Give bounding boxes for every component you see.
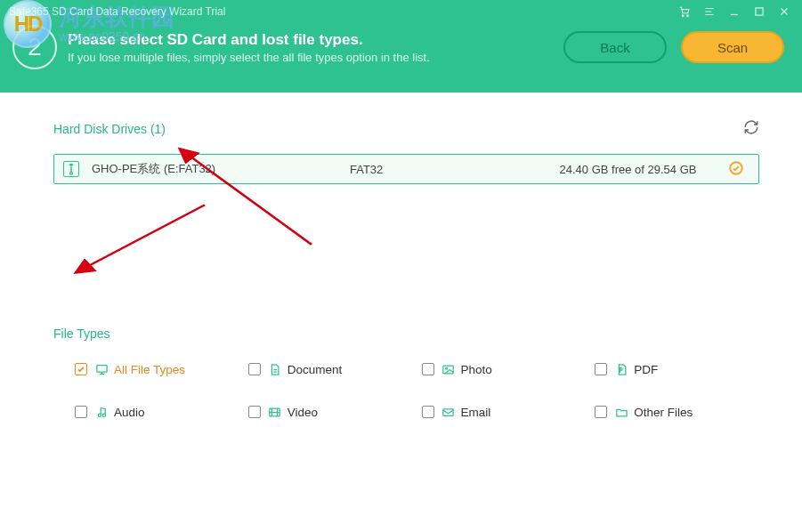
- file-type-label: Other Files: [634, 406, 693, 419]
- file-types-label: File Types: [53, 326, 110, 341]
- checkbox[interactable]: [75, 406, 87, 418]
- svg-point-1: [687, 15, 689, 17]
- file-type-label: PDF: [634, 363, 658, 376]
- file-type-pdf[interactable]: PDF: [595, 362, 759, 376]
- drive-filesystem: FAT32: [350, 163, 528, 176]
- cart-icon[interactable]: [672, 2, 697, 21]
- svg-line-13: [89, 205, 205, 265]
- file-type-video[interactable]: Video: [248, 405, 413, 419]
- file-type-all-file-types[interactable]: All File Types: [75, 362, 239, 376]
- file-type-other-files[interactable]: Other Files: [595, 405, 759, 419]
- close-icon[interactable]: [772, 2, 797, 21]
- drives-section-label: Hard Disk Drives (1): [53, 122, 166, 136]
- file-type-label: Photo: [461, 363, 492, 376]
- checkbox[interactable]: [595, 406, 607, 418]
- video-icon: [268, 405, 282, 419]
- file-types-grid: All File TypesDocumentPhotoPDFAudioVideo…: [53, 362, 759, 419]
- file-type-label: Video: [288, 406, 318, 419]
- checkbox[interactable]: [422, 406, 434, 418]
- file-types-title: File Types: [53, 326, 759, 341]
- doc-icon: [268, 362, 282, 376]
- audio-icon: [94, 405, 109, 419]
- checkbox[interactable]: [75, 363, 87, 375]
- step-number: 2: [12, 25, 57, 69]
- maximize-icon[interactable]: [747, 2, 772, 21]
- file-type-label: All File Types: [114, 363, 185, 376]
- svg-point-9: [102, 414, 105, 416]
- app-header: HD 河东软件园 www.pc0359.cn Safe365 SD Card D…: [0, 0, 802, 93]
- drives-section-title: Hard Disk Drives (1): [53, 119, 759, 138]
- menu-icon[interactable]: [697, 2, 722, 21]
- back-button[interactable]: Back: [563, 31, 667, 63]
- svg-point-7: [446, 367, 448, 369]
- drive-free: 24.40 GB free of 29.54 GB: [528, 163, 728, 176]
- step-headline: Please select SD Card and lost file type…: [68, 31, 430, 49]
- checkbox[interactable]: [595, 363, 607, 375]
- svg-rect-2: [756, 8, 763, 15]
- pdf-icon: [614, 362, 628, 376]
- checkbox[interactable]: [248, 363, 261, 375]
- file-type-document[interactable]: Document: [248, 362, 413, 376]
- folder-icon: [614, 405, 628, 419]
- svg-point-0: [682, 15, 684, 17]
- title-bar: Safe365 SD Card Data Recovery Wizard Tri…: [0, 0, 802, 21]
- step-sub: If you lose multiple files, simply selec…: [68, 51, 430, 64]
- svg-rect-11: [443, 408, 453, 415]
- mail-icon: [442, 405, 456, 419]
- body-area: Hard Disk Drives (1) GHO-PE系统 (E:FAT32) …: [0, 93, 802, 419]
- svg-point-3: [70, 172, 73, 174]
- file-type-label: Audio: [114, 406, 145, 419]
- checkbox[interactable]: [422, 363, 434, 375]
- svg-rect-5: [96, 365, 106, 372]
- step-text: Please select SD Card and lost file type…: [68, 31, 430, 64]
- monitor-icon: [94, 362, 109, 376]
- file-type-email[interactable]: Email: [422, 405, 587, 419]
- minimize-icon[interactable]: [722, 2, 747, 21]
- svg-rect-6: [443, 366, 453, 374]
- file-type-label: Email: [461, 406, 491, 419]
- usb-icon: [63, 161, 79, 177]
- svg-point-8: [98, 414, 101, 416]
- header-actions: Back Scan: [563, 31, 784, 63]
- drive-row[interactable]: GHO-PE系统 (E:FAT32) FAT32 24.40 GB free o…: [53, 154, 759, 184]
- refresh-icon[interactable]: [743, 119, 759, 138]
- image-icon: [442, 362, 456, 376]
- file-type-audio[interactable]: Audio: [75, 405, 239, 419]
- drive-name: GHO-PE系统 (E:FAT32): [92, 161, 350, 177]
- checkbox[interactable]: [248, 406, 261, 418]
- selected-check-icon: [728, 160, 744, 179]
- scan-button[interactable]: Scan: [681, 31, 784, 63]
- file-type-photo[interactable]: Photo: [422, 362, 587, 376]
- file-type-label: Document: [288, 363, 343, 376]
- window-title: Safe365 SD Card Data Recovery Wizard Tri…: [9, 5, 225, 18]
